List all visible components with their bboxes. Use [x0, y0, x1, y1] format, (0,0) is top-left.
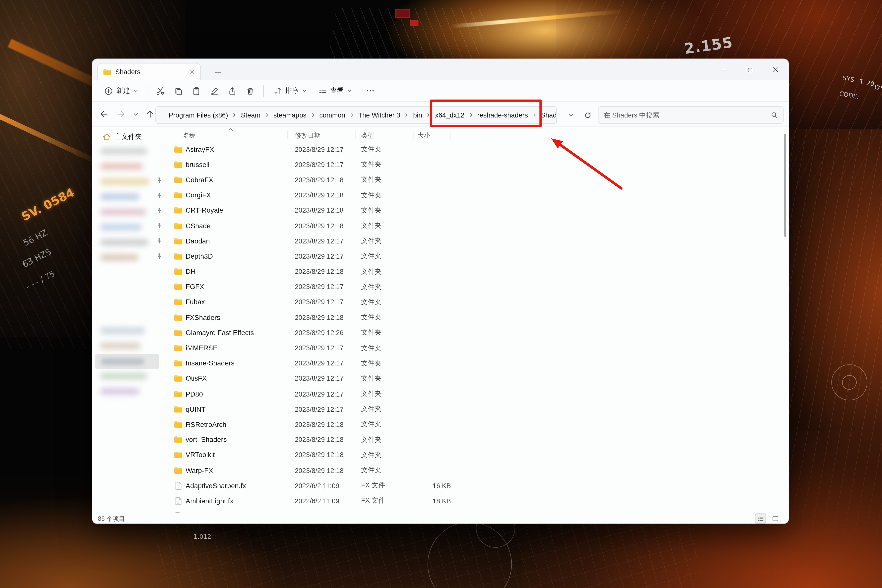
file-row[interactable]: Fubax 2023/8/29 12:17 文件夹 — [164, 294, 785, 310]
sidebar-item-blurred[interactable] — [100, 148, 147, 154]
address-dropdown-button[interactable] — [564, 106, 578, 124]
breadcrumb-item[interactable]: Program Files (x86) — [166, 111, 231, 119]
sidebar-item-blurred[interactable] — [100, 194, 140, 200]
cut-button[interactable] — [152, 82, 170, 99]
breadcrumb-separator[interactable] — [263, 112, 270, 117]
breadcrumb-item[interactable]: The Witcher 3 — [356, 111, 403, 119]
back-button[interactable] — [97, 106, 111, 122]
file-row[interactable]: AstrayFX 2023/8/29 12:17 文件夹 — [164, 142, 785, 157]
thumbnail-view-button[interactable] — [770, 513, 781, 524]
file-name: brussell — [186, 161, 209, 169]
column-divider[interactable] — [355, 131, 356, 139]
sort-button[interactable]: 排序 — [269, 82, 312, 99]
file-name: qUINT — [186, 405, 206, 413]
file-row[interactable]: Daodan 2023/8/29 12:17 文件夹 — [164, 234, 785, 249]
desktop: 2.155 SV. 0584 56 HZ 63 HZS - - - / 75 S… — [0, 0, 882, 588]
details-view-button[interactable] — [755, 513, 766, 524]
file-row[interactable]: CRT-Royale 2023/8/29 12:18 文件夹 — [164, 203, 785, 218]
share-button[interactable] — [224, 82, 241, 99]
file-name-cell: Depth3D — [174, 252, 213, 261]
minimize-button[interactable] — [711, 59, 737, 80]
forward-button[interactable] — [114, 106, 128, 122]
file-row[interactable]: VRToolkit 2023/8/29 12:18 文件夹 — [164, 448, 785, 463]
sidebar-item-blurred[interactable] — [100, 388, 140, 395]
sidebar-item-home[interactable]: 主文件夹 — [102, 129, 142, 144]
explorer-tab[interactable]: Shaders — [98, 63, 201, 80]
file-row[interactable]: ASCII.fx 2021/10/11 15:45 FX 文件 16 KB — [164, 508, 785, 513]
file-row[interactable]: qUINT 2023/8/29 12:17 文件夹 — [164, 402, 785, 417]
paste-button[interactable] — [187, 82, 205, 99]
folder-icon — [174, 206, 183, 215]
column-divider[interactable] — [413, 131, 413, 139]
tab-close-button[interactable] — [189, 69, 195, 75]
sidebar-item-blurred[interactable] — [100, 208, 146, 215]
breadcrumb-separator[interactable] — [231, 112, 238, 117]
file-row[interactable]: AmbientLight.fx 2022/6/2 11:09 FX 文件 18 … — [164, 494, 785, 508]
breadcrumb-item[interactable]: Steam — [238, 111, 263, 119]
file-row[interactable]: Depth3D 2023/8/29 12:17 文件夹 — [164, 249, 785, 264]
column-header-size[interactable]: 大小 — [417, 132, 430, 140]
breadcrumb-separator[interactable] — [348, 112, 356, 117]
column-divider[interactable] — [450, 131, 451, 139]
rename-button[interactable] — [205, 82, 223, 99]
file-row[interactable]: Glamayre Fast Effects 2023/8/29 12:26 文件… — [164, 325, 785, 340]
file-row[interactable]: iMMERSE 2023/8/29 12:17 文件夹 — [164, 340, 785, 356]
file-row[interactable]: FXShaders 2023/8/29 12:18 文件夹 — [164, 310, 785, 325]
file-row[interactable]: Insane-Shaders 2023/8/29 12:17 文件夹 — [164, 356, 785, 371]
chevron-down-icon — [568, 112, 574, 118]
breadcrumb-item[interactable]: bin — [410, 111, 425, 119]
close-window-button[interactable] — [763, 59, 789, 80]
file-row[interactable]: AdaptiveSharpen.fx 2022/6/2 11:09 FX 文件 … — [164, 478, 785, 493]
breadcrumb-item[interactable]: steamapps — [271, 111, 309, 119]
sidebar-item-blurred[interactable] — [100, 254, 138, 261]
file-type: 文件夹 — [361, 175, 381, 185]
folder-icon — [174, 466, 183, 475]
new-button[interactable]: 新建 — [100, 82, 143, 99]
view-button[interactable]: 查看 — [314, 82, 357, 99]
recent-locations-button[interactable] — [128, 106, 143, 122]
file-row[interactable]: vort_Shaders 2023/8/29 12:18 文件夹 — [164, 432, 785, 447]
file-row[interactable]: Warp-FX 2023/8/29 12:18 文件夹 — [164, 463, 785, 478]
search-input[interactable] — [604, 111, 771, 119]
file-row[interactable]: CorgiFX 2023/8/29 12:18 文件夹 — [164, 188, 785, 202]
file-row[interactable]: CShade 2023/8/29 12:18 文件夹 — [164, 218, 785, 233]
more-options-button[interactable] — [361, 82, 379, 99]
file-row[interactable]: PD80 2023/8/29 12:17 文件夹 — [164, 386, 785, 402]
file-row[interactable]: OtisFX 2023/8/29 12:17 文件夹 — [164, 371, 785, 386]
sidebar-item-blurred[interactable] — [100, 327, 145, 334]
rename-icon — [210, 86, 219, 95]
sidebar-item-blurred[interactable] — [100, 373, 147, 380]
column-header-type[interactable]: 类型 — [361, 132, 374, 140]
new-tab-button[interactable] — [212, 66, 224, 78]
file-row[interactable]: CobraFX 2023/8/29 12:18 文件夹 — [164, 172, 785, 188]
plus-circle-icon — [104, 86, 113, 95]
file-row[interactable]: brussell 2023/8/29 12:17 文件夹 — [164, 157, 785, 172]
sidebar-item-blurred[interactable] — [100, 239, 148, 246]
toolbar-divider — [147, 85, 147, 96]
maximize-button[interactable] — [737, 59, 763, 80]
sidebar-item-blurred[interactable] — [100, 342, 141, 349]
column-header-name[interactable]: 名称 — [183, 132, 196, 140]
breadcrumb-item[interactable]: common — [316, 111, 348, 119]
search-box[interactable] — [598, 106, 783, 124]
sidebar-item-blurred[interactable] — [100, 178, 150, 185]
breadcrumb-separator[interactable] — [309, 112, 316, 117]
delete-button[interactable] — [241, 82, 259, 99]
sidebar-item-blurred[interactable] — [100, 163, 143, 170]
file-row[interactable]: RSRetroArch 2023/8/29 12:18 文件夹 — [164, 417, 785, 432]
column-divider[interactable] — [287, 131, 288, 139]
file-date: 2022/6/2 11:09 — [295, 497, 339, 505]
pin-icon — [156, 177, 163, 184]
sidebar-item-blurred[interactable] — [100, 224, 142, 231]
file-row[interactable]: FGFX 2023/8/29 12:17 文件夹 — [164, 279, 785, 294]
copy-button[interactable] — [170, 82, 187, 99]
vertical-scrollbar[interactable] — [784, 127, 787, 513]
sidebar-item-selected[interactable] — [95, 354, 159, 369]
file-name-cell: Daodan — [174, 237, 210, 246]
scrollbar-thumb[interactable] — [784, 134, 786, 237]
refresh-button[interactable] — [580, 106, 595, 124]
chevron-down-icon — [347, 88, 352, 93]
column-header-date[interactable]: 修改日期 — [295, 132, 321, 140]
file-row[interactable]: DH 2023/8/29 12:18 文件夹 — [164, 264, 785, 279]
breadcrumb-separator[interactable] — [403, 112, 410, 117]
